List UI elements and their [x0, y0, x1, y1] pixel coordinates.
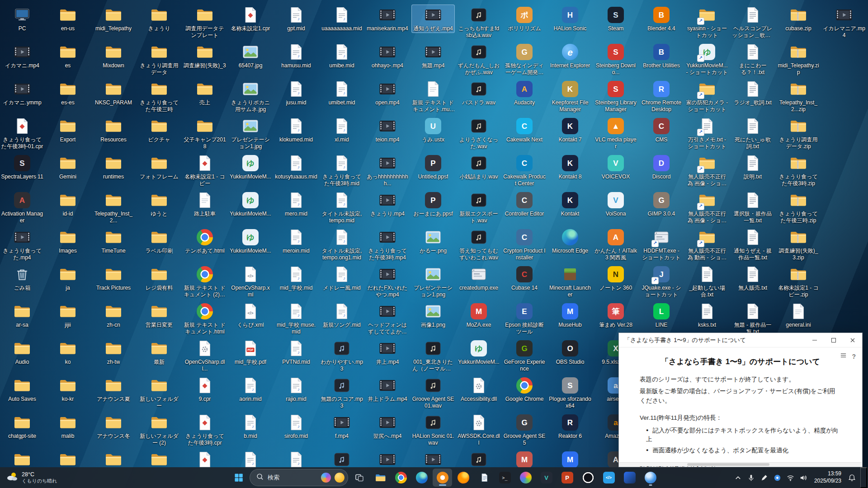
desktop-icon[interactable]: ずんだもん_しおかぜふ.wav	[457, 42, 500, 77]
taskbar-app-task-view[interactable]	[349, 469, 369, 487]
desktop-icon[interactable]	[46, 449, 90, 467]
desktop-icon[interactable]: Minecraft Launcher	[548, 264, 592, 299]
desktop-icon[interactable]: 名称未設定1 - コピー.zip	[777, 264, 820, 299]
mic-icon[interactable]	[745, 469, 758, 487]
desktop-icon[interactable]: よりうざくなった.wav	[457, 116, 500, 151]
desktop-icon[interactable]: PDFmid_学校.pdf	[229, 338, 272, 366]
desktop-icon[interactable]: Google Chrome	[503, 375, 546, 404]
desktop-icon[interactable]: ♪きょうり食ってた午後3時.mid	[320, 153, 363, 188]
desktop-icon[interactable]: 選択肢・親作品一覧.txt	[731, 190, 774, 225]
desktop-icon[interactable]: きょうり食ってた午後3時-01.cpr	[0, 116, 44, 151]
desktop-icon[interactable]: ゆYukkuriMovieM...	[229, 153, 272, 181]
desktop-icon[interactable]: まにこわーる？！.txt	[731, 42, 774, 77]
desktop-icon[interactable]: AActivation Manager	[0, 190, 44, 225]
desktop-icon[interactable]: M	[503, 449, 546, 467]
desktop-icon[interactable]: KKontakt 7	[548, 116, 592, 144]
taskbar-app-paint[interactable]	[516, 469, 535, 487]
desktop-icon[interactable]: SSteam	[594, 5, 637, 33]
desktop-icon[interactable]: ♪kotusytuaaus.mid	[274, 153, 318, 181]
desktop-icon[interactable]: AAudacity	[503, 79, 546, 107]
desktop-icon[interactable]: </>OpenCvSharp.xml	[229, 264, 272, 299]
desktop-icon[interactable]: 説明.txt	[731, 153, 774, 181]
desktop-icon[interactable]: 営業日変更	[137, 301, 181, 329]
desktop-icon[interactable]: VVOICEVOX	[594, 153, 637, 181]
desktop-icon[interactable]: 新規 テキスト ドキュメント.musicxml	[411, 79, 455, 114]
desktop-icon[interactable]: ↗無人販売不正行為 動画 - ショートカット	[685, 227, 729, 262]
desktop-icon[interactable]	[183, 449, 226, 467]
desktop-icon[interactable]: イカマニ.ymmp	[0, 79, 44, 107]
taskbar-app-chrome[interactable]	[391, 469, 410, 487]
desktop-icon[interactable]: TimeTune	[92, 227, 135, 255]
desktop-icon[interactable]: Images	[46, 227, 90, 255]
desktop-icon[interactable]: 新規 テキスト ドキュメント (2).html	[183, 264, 226, 299]
desktop-icon[interactable]: SSteinberg Downlo...	[594, 42, 637, 77]
desktop-icon[interactable]: 新しいフォルダー (2)	[137, 412, 181, 447]
horizontal-scrollbar[interactable]	[619, 462, 862, 466]
desktop-icon[interactable]: 001_東北きりたん（ノーマル）_夕し...	[411, 338, 455, 373]
desktop-icon[interactable]: ♪umibe.mid	[320, 42, 363, 70]
desktop-icon[interactable]: きょうり調査用データ	[137, 42, 181, 77]
desktop-icon[interactable]: Aかんたん！AITalk 3 関西風	[594, 227, 637, 262]
desktop-icon[interactable]: ♪sirofo.mid	[274, 412, 318, 441]
desktop-icon[interactable]	[457, 449, 500, 467]
desktop-icon[interactable]: ♪meroin.mid	[274, 227, 318, 255]
desktop-icon[interactable]: 通知うぜえ - 親作品一覧.txt	[731, 227, 774, 262]
desktop-icon[interactable]: Uうみ.ustx	[411, 116, 455, 144]
desktop-icon[interactable]: OpenCvSharp.dll...	[183, 338, 226, 373]
taskbar-app-voicevox[interactable]: V	[537, 469, 556, 487]
desktop-icon[interactable]: CCrypton Product Installer	[503, 227, 546, 262]
desktop-icon[interactable]: 答え知ってもむずいわこれ.wav	[457, 227, 500, 262]
desktop-icon[interactable]: Microsoft Edge	[548, 227, 592, 255]
maximize-button[interactable]	[824, 333, 843, 347]
desktop-icon[interactable]: HALion Sonic 01.wav	[411, 412, 455, 447]
desktop-icon[interactable]: ↗HDDFMT.exe - ショートカット	[640, 227, 683, 262]
desktop-icon[interactable]: CCakewalk Product Center	[503, 153, 546, 188]
desktop-icon[interactable]: 名称未設定1.cpr	[229, 5, 272, 33]
desktop-icon[interactable]: zh-cn	[92, 301, 135, 329]
desktop-icon[interactable]: HHALion Sonic	[548, 5, 592, 33]
desktop-icon[interactable]: ♪umibet.mid	[320, 79, 363, 107]
desktop-icon[interactable]: ゆ↗YukkuriMovieM... - ショートカット	[685, 42, 729, 77]
desktop-icon[interactable]: J↗JQuake.exe - ショートカット	[640, 264, 683, 299]
help-icon[interactable]: ?	[852, 353, 856, 360]
desktop-icon[interactable]: ♪gpt.mid	[274, 5, 318, 33]
taskbar-app-edge[interactable]	[412, 469, 431, 487]
desktop-icon[interactable]: バスドラ.wav	[457, 79, 500, 107]
desktop-icon[interactable]: EEpson 接続診断ツール	[503, 301, 546, 336]
desktop-icon[interactable]: ko	[46, 338, 90, 366]
desktop-icon[interactable]: ゆうと	[137, 190, 181, 218]
desktop-icon[interactable]: ↗家の防犯カメラ - ショートカット	[685, 79, 729, 114]
desktop-icon[interactable]: 死にたい_ゅ歌詞.txt	[731, 116, 774, 151]
dialog-titlebar[interactable]: 「さよなら手書き 1〜9」のサポートについて	[619, 333, 862, 347]
desktop-icon[interactable]: ♪新規ソング.mid	[320, 301, 363, 329]
desktop-icon[interactable]: 無題 - 親作品一覧.txt	[731, 301, 774, 336]
desktop-icon[interactable]: createdump.exe	[457, 264, 500, 292]
wifi-icon[interactable]	[784, 469, 797, 487]
desktop-icon[interactable]: きょうり食ってた午後3時.cpr	[183, 412, 226, 447]
desktop-icon[interactable]: ↗無人販売不正行為 画像 - ショートカット	[685, 153, 729, 188]
desktop-icon[interactable]: ヘルスコンプレッション＿歌詞.txt	[731, 5, 774, 40]
desktop-icon[interactable]: ↗syasinn - ショートカット	[685, 5, 729, 40]
desktop-icon[interactable]: ゆYukkuriMovieM...	[229, 227, 272, 255]
desktop-icon[interactable]: きょうり食ってた午後三時.zip	[777, 190, 820, 225]
desktop-icon[interactable]: M	[548, 449, 592, 467]
desktop-icon[interactable]: ピクチャ	[137, 116, 181, 144]
desktop-icon[interactable]: Track Pictures	[92, 264, 135, 292]
desktop-icon[interactable]: Accessibility.dll	[457, 375, 500, 404]
desktop-icon[interactable]: 新規エクスポート.wav	[457, 190, 500, 225]
desktop-icon[interactable]: ポポリリリズム	[503, 5, 546, 33]
desktop-icon[interactable]: 筆筆まめ Ver.28	[594, 301, 637, 329]
desktop-icon[interactable]: Resources	[92, 116, 135, 144]
desktop-icon[interactable]: ♪xl.mid	[320, 116, 363, 144]
desktop-icon[interactable]: ♪jusu.mid	[274, 79, 318, 107]
desktop-icon[interactable]	[366, 449, 409, 467]
desktop-icon[interactable]: ko-kr	[46, 375, 90, 404]
taskbar-app-vscode[interactable]: </>	[599, 469, 618, 487]
desktop-icon[interactable]: es-es	[46, 79, 90, 107]
desktop-icon[interactable]	[0, 449, 44, 467]
desktop-icon[interactable]: あっhhhhhhhhhhh...	[366, 153, 409, 188]
desktop-icon[interactable]: Telepathy_Inst_2...zip	[777, 79, 820, 114]
desktop-icon[interactable]: 路上駐車	[183, 190, 226, 218]
desktop-icon[interactable]: G孤独なインディーゲーム開発者の一生...	[503, 42, 546, 77]
desktop-icon[interactable]: 売上	[183, 79, 226, 107]
